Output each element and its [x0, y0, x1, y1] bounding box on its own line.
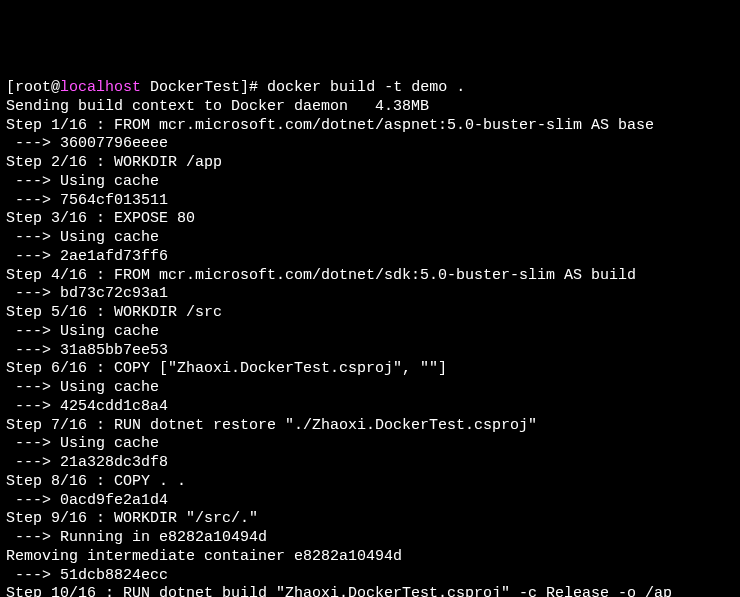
- output-line: Step 5/16 : WORKDIR /src: [6, 304, 734, 323]
- output-line: ---> 7564cf013511: [6, 192, 734, 211]
- output-line: ---> bd73c72c93a1: [6, 285, 734, 304]
- command-text: docker build -t demo .: [267, 79, 465, 96]
- output-line: ---> 51dcb8824ecc: [6, 567, 734, 586]
- prompt-at: @: [51, 79, 60, 96]
- output-line: ---> Using cache: [6, 229, 734, 248]
- output-line: ---> Using cache: [6, 173, 734, 192]
- output-line: Step 9/16 : WORKDIR "/src/.": [6, 510, 734, 529]
- output-line: ---> Using cache: [6, 379, 734, 398]
- output-line: Step 6/16 : COPY ["Zhaoxi.DockerTest.csp…: [6, 360, 734, 379]
- output-line: Sending build context to Docker daemon 4…: [6, 98, 734, 117]
- output-line: ---> 31a85bb7ee53: [6, 342, 734, 361]
- output-line: ---> 4254cdd1c8a4: [6, 398, 734, 417]
- output-line: ---> Running in e8282a10494d: [6, 529, 734, 548]
- output-line: ---> 2ae1afd73ff6: [6, 248, 734, 267]
- output-line: Step 7/16 : RUN dotnet restore "./Zhaoxi…: [6, 417, 734, 436]
- output-line: Step 10/16 : RUN dotnet build "Zhaoxi.Do…: [6, 585, 734, 597]
- prompt-hash: ]#: [240, 79, 267, 96]
- output-line: Step 2/16 : WORKDIR /app: [6, 154, 734, 173]
- output-line: Step 4/16 : FROM mcr.microsoft.com/dotne…: [6, 267, 734, 286]
- output-line: Removing intermediate container e8282a10…: [6, 548, 734, 567]
- output-line: ---> Using cache: [6, 435, 734, 454]
- prompt-host: localhost: [60, 79, 141, 96]
- terminal-output[interactable]: [root@localhost DockerTest]# docker buil…: [6, 79, 734, 597]
- prompt-line: [root@localhost DockerTest]# docker buil…: [6, 79, 734, 98]
- output-line: ---> 21a328dc3df8: [6, 454, 734, 473]
- prompt-user: root: [15, 79, 51, 96]
- output-line: ---> Using cache: [6, 323, 734, 342]
- output-line: Step 1/16 : FROM mcr.microsoft.com/dotne…: [6, 117, 734, 136]
- output-line: Step 3/16 : EXPOSE 80: [6, 210, 734, 229]
- prompt-directory: DockerTest: [141, 79, 240, 96]
- output-line: ---> 36007796eeee: [6, 135, 734, 154]
- output-line: ---> 0acd9fe2a1d4: [6, 492, 734, 511]
- output-line: Step 8/16 : COPY . .: [6, 473, 734, 492]
- prompt-bracket-open: [: [6, 79, 15, 96]
